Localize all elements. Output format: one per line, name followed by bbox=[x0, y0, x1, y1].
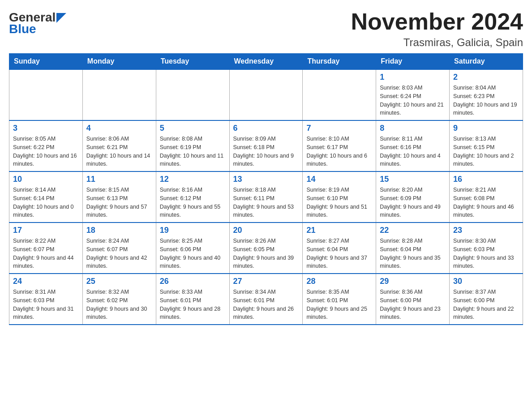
day-number: 22 bbox=[380, 226, 446, 235]
day-number: 17 bbox=[13, 226, 79, 235]
cell-w3-d6: 15Sunrise: 8:20 AMSunset: 6:09 PMDayligh… bbox=[376, 171, 450, 223]
cell-w5-d3: 26Sunrise: 8:33 AMSunset: 6:01 PMDayligh… bbox=[156, 274, 229, 325]
day-number: 7 bbox=[306, 124, 372, 133]
cell-w5-d7: 30Sunrise: 8:37 AMSunset: 6:00 PMDayligh… bbox=[450, 274, 523, 325]
day-info: Sunrise: 8:15 AMSunset: 6:13 PMDaylight:… bbox=[86, 186, 152, 219]
day-info: Sunrise: 8:28 AMSunset: 6:04 PMDaylight:… bbox=[380, 237, 446, 270]
cell-w4-d3: 19Sunrise: 8:25 AMSunset: 6:06 PMDayligh… bbox=[156, 223, 229, 274]
cell-w4-d5: 21Sunrise: 8:27 AMSunset: 6:04 PMDayligh… bbox=[303, 223, 376, 274]
day-info: Sunrise: 8:18 AMSunset: 6:11 PMDaylight:… bbox=[233, 186, 299, 219]
week-row-5: 24Sunrise: 8:31 AMSunset: 6:03 PMDayligh… bbox=[9, 274, 523, 325]
day-info: Sunrise: 8:11 AMSunset: 6:16 PMDaylight:… bbox=[380, 135, 446, 168]
header-thursday: Thursday bbox=[303, 54, 376, 70]
day-number: 16 bbox=[453, 175, 519, 184]
day-info: Sunrise: 8:37 AMSunset: 6:00 PMDaylight:… bbox=[453, 288, 519, 321]
day-number: 18 bbox=[86, 226, 152, 235]
day-info: Sunrise: 8:26 AMSunset: 6:05 PMDaylight:… bbox=[233, 237, 299, 270]
cell-w1-d5 bbox=[303, 69, 376, 120]
day-number: 29 bbox=[380, 277, 446, 286]
day-number: 2 bbox=[453, 73, 519, 82]
cell-w3-d1: 10Sunrise: 8:14 AMSunset: 6:14 PMDayligh… bbox=[9, 171, 83, 223]
header-sunday: Sunday bbox=[9, 54, 83, 70]
header-monday: Monday bbox=[82, 54, 156, 70]
cell-w3-d7: 16Sunrise: 8:21 AMSunset: 6:08 PMDayligh… bbox=[450, 171, 523, 223]
day-info: Sunrise: 8:31 AMSunset: 6:03 PMDaylight:… bbox=[13, 288, 79, 321]
day-number: 19 bbox=[160, 226, 226, 235]
cell-w5-d1: 24Sunrise: 8:31 AMSunset: 6:03 PMDayligh… bbox=[9, 274, 83, 325]
cell-w1-d3 bbox=[156, 69, 229, 120]
day-number: 9 bbox=[453, 124, 519, 133]
day-number: 30 bbox=[453, 277, 519, 286]
day-number: 8 bbox=[380, 124, 446, 133]
cell-w2-d5: 7Sunrise: 8:10 AMSunset: 6:17 PMDaylight… bbox=[303, 120, 376, 171]
week-row-1: 1Sunrise: 8:03 AMSunset: 6:24 PMDaylight… bbox=[9, 69, 523, 120]
day-number: 10 bbox=[13, 175, 79, 184]
day-info: Sunrise: 8:33 AMSunset: 6:01 PMDaylight:… bbox=[160, 288, 226, 321]
cell-w3-d3: 12Sunrise: 8:16 AMSunset: 6:12 PMDayligh… bbox=[156, 171, 229, 223]
cell-w1-d2 bbox=[82, 69, 156, 120]
day-info: Sunrise: 8:10 AMSunset: 6:17 PMDaylight:… bbox=[306, 135, 372, 168]
day-info: Sunrise: 8:27 AMSunset: 6:04 PMDaylight:… bbox=[306, 237, 372, 270]
logo-blue-text: Blue bbox=[9, 22, 36, 36]
cell-w2-d2: 4Sunrise: 8:06 AMSunset: 6:21 PMDaylight… bbox=[82, 120, 156, 171]
day-info: Sunrise: 8:20 AMSunset: 6:09 PMDaylight:… bbox=[380, 186, 446, 219]
cell-w3-d4: 13Sunrise: 8:18 AMSunset: 6:11 PMDayligh… bbox=[229, 171, 303, 223]
week-row-4: 17Sunrise: 8:22 AMSunset: 6:07 PMDayligh… bbox=[9, 223, 523, 274]
header-tuesday: Tuesday bbox=[156, 54, 229, 70]
cell-w3-d5: 14Sunrise: 8:19 AMSunset: 6:10 PMDayligh… bbox=[303, 171, 376, 223]
cell-w4-d2: 18Sunrise: 8:24 AMSunset: 6:07 PMDayligh… bbox=[82, 223, 156, 274]
day-info: Sunrise: 8:25 AMSunset: 6:06 PMDaylight:… bbox=[160, 237, 226, 270]
day-number: 24 bbox=[13, 277, 79, 286]
day-info: Sunrise: 8:08 AMSunset: 6:19 PMDaylight:… bbox=[160, 135, 226, 168]
title-block: November 2024 Trasmiras, Galicia, Spain bbox=[351, 9, 523, 49]
day-number: 21 bbox=[306, 226, 372, 235]
cell-w4-d7: 23Sunrise: 8:30 AMSunset: 6:03 PMDayligh… bbox=[450, 223, 523, 274]
day-number: 11 bbox=[86, 175, 152, 184]
day-info: Sunrise: 8:32 AMSunset: 6:02 PMDaylight:… bbox=[86, 288, 152, 321]
week-row-3: 10Sunrise: 8:14 AMSunset: 6:14 PMDayligh… bbox=[9, 171, 523, 223]
day-number: 27 bbox=[233, 277, 299, 286]
day-number: 5 bbox=[160, 124, 226, 133]
header-saturday: Saturday bbox=[450, 54, 523, 70]
cell-w3-d2: 11Sunrise: 8:15 AMSunset: 6:13 PMDayligh… bbox=[82, 171, 156, 223]
day-info: Sunrise: 8:09 AMSunset: 6:18 PMDaylight:… bbox=[233, 135, 299, 168]
day-number: 4 bbox=[86, 124, 152, 133]
day-info: Sunrise: 8:34 AMSunset: 6:01 PMDaylight:… bbox=[233, 288, 299, 321]
cell-w4-d6: 22Sunrise: 8:28 AMSunset: 6:04 PMDayligh… bbox=[376, 223, 450, 274]
cell-w2-d3: 5Sunrise: 8:08 AMSunset: 6:19 PMDaylight… bbox=[156, 120, 229, 171]
day-info: Sunrise: 8:21 AMSunset: 6:08 PMDaylight:… bbox=[453, 186, 519, 219]
cell-w4-d4: 20Sunrise: 8:26 AMSunset: 6:05 PMDayligh… bbox=[229, 223, 303, 274]
day-info: Sunrise: 8:22 AMSunset: 6:07 PMDaylight:… bbox=[13, 237, 79, 270]
day-number: 26 bbox=[160, 277, 226, 286]
day-number: 15 bbox=[380, 175, 446, 184]
day-info: Sunrise: 8:06 AMSunset: 6:21 PMDaylight:… bbox=[86, 135, 152, 168]
cell-w1-d1 bbox=[9, 69, 83, 120]
cell-w2-d7: 9Sunrise: 8:13 AMSunset: 6:15 PMDaylight… bbox=[450, 120, 523, 171]
day-number: 28 bbox=[306, 277, 372, 286]
page-header: General Blue November 2024 Trasmiras, Ga… bbox=[9, 9, 523, 49]
cell-w1-d4 bbox=[229, 69, 303, 120]
logo-triangle-icon bbox=[56, 13, 66, 23]
day-info: Sunrise: 8:03 AMSunset: 6:24 PMDaylight:… bbox=[380, 84, 446, 117]
day-info: Sunrise: 8:19 AMSunset: 6:10 PMDaylight:… bbox=[306, 186, 372, 219]
logo: General Blue bbox=[9, 9, 66, 36]
cell-w4-d1: 17Sunrise: 8:22 AMSunset: 6:07 PMDayligh… bbox=[9, 223, 83, 274]
cell-w5-d2: 25Sunrise: 8:32 AMSunset: 6:02 PMDayligh… bbox=[82, 274, 156, 325]
day-number: 25 bbox=[86, 277, 152, 286]
calendar-table: Sunday Monday Tuesday Wednesday Thursday… bbox=[9, 53, 523, 325]
header-wednesday: Wednesday bbox=[229, 54, 303, 70]
cell-w5-d5: 28Sunrise: 8:35 AMSunset: 6:01 PMDayligh… bbox=[303, 274, 376, 325]
day-number: 3 bbox=[13, 124, 79, 133]
cell-w2-d4: 6Sunrise: 8:09 AMSunset: 6:18 PMDaylight… bbox=[229, 120, 303, 171]
cell-w5-d6: 29Sunrise: 8:36 AMSunset: 6:00 PMDayligh… bbox=[376, 274, 450, 325]
cell-w2-d1: 3Sunrise: 8:05 AMSunset: 6:22 PMDaylight… bbox=[9, 120, 83, 171]
day-number: 6 bbox=[233, 124, 299, 133]
day-info: Sunrise: 8:04 AMSunset: 6:23 PMDaylight:… bbox=[453, 84, 519, 117]
day-info: Sunrise: 8:16 AMSunset: 6:12 PMDaylight:… bbox=[160, 186, 226, 219]
day-number: 1 bbox=[380, 73, 446, 82]
day-number: 14 bbox=[306, 175, 372, 184]
day-number: 23 bbox=[453, 226, 519, 235]
week-row-2: 3Sunrise: 8:05 AMSunset: 6:22 PMDaylight… bbox=[9, 120, 523, 171]
cell-w1-d6: 1Sunrise: 8:03 AMSunset: 6:24 PMDaylight… bbox=[376, 69, 450, 120]
cell-w1-d7: 2Sunrise: 8:04 AMSunset: 6:23 PMDaylight… bbox=[450, 69, 523, 120]
